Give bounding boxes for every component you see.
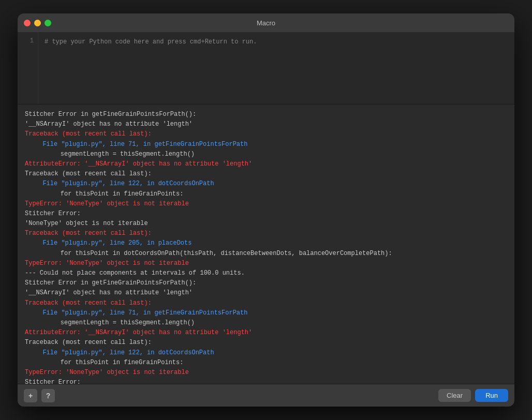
maximize-button[interactable] <box>45 20 51 26</box>
line-numbers: 1 <box>18 32 38 104</box>
output-line: Stitcher Error: <box>25 209 507 219</box>
output-line: AttributeError: '__NSArrayI' object has … <box>25 159 507 169</box>
output-line: TypeError: 'NoneType' object is not iter… <box>25 368 507 378</box>
add-button[interactable]: + <box>24 389 37 402</box>
output-line: '__NSArrayI' object has no attribute 'le… <box>25 288 507 298</box>
output-line: File "plugin.py", line 122, in dotCoords… <box>25 348 507 358</box>
output-line: Traceback (most recent call last): <box>25 298 507 308</box>
output-line: File "plugin.py", line 71, in getFineGra… <box>25 140 507 149</box>
macro-window: Macro 1 # type your Python code here and… <box>18 13 514 407</box>
output-line: Stitcher Error: <box>25 378 507 384</box>
minimize-button[interactable] <box>34 20 41 26</box>
traffic-lights <box>24 20 51 26</box>
output-line: AttributeError: '__NSArrayI' object has … <box>25 328 507 338</box>
output-line: Stitcher Error in getFineGrainPointsForP… <box>25 110 507 119</box>
output-line: segmentLength = thisSegment.length() <box>25 318 507 328</box>
output-line: for thisPoint in fineGrainPoints: <box>25 358 507 368</box>
run-button[interactable]: Run <box>475 389 508 402</box>
output-line: '__NSArrayI' object has no attribute 'le… <box>25 119 507 129</box>
bottom-right-controls: Clear Run <box>438 389 508 402</box>
bottom-bar: + ? Clear Run <box>18 384 514 407</box>
output-line: segmentLength = thisSegment.length() <box>25 149 507 159</box>
code-placeholder[interactable]: # type your Python code here and press c… <box>38 32 514 104</box>
output-line: TypeError: 'NoneType' object is not iter… <box>25 259 507 268</box>
output-line: Traceback (most recent call last): <box>25 129 507 139</box>
output-line: for thisPoint in fineGrainPoints: <box>25 189 507 199</box>
window-title: Macro <box>257 19 275 27</box>
output-line: --- Could not place components at interv… <box>25 268 507 278</box>
bottom-left-controls: + ? <box>24 389 55 402</box>
clear-button[interactable]: Clear <box>438 389 471 402</box>
output-line: Traceback (most recent call last): <box>25 169 507 179</box>
output-line: File "plugin.py", line 122, in dotCoords… <box>25 179 507 189</box>
output-line: File "plugin.py", line 71, in getFineGra… <box>25 308 507 318</box>
help-button[interactable]: ? <box>41 389 55 402</box>
output-line: File "plugin.py", line 205, in placeDots <box>25 238 507 248</box>
title-bar: Macro <box>18 13 514 32</box>
output-line: Traceback (most recent call last): <box>25 338 507 348</box>
output-line: TypeError: 'NoneType' object is not iter… <box>25 199 507 209</box>
output-line: Traceback (most recent call last): <box>25 229 507 238</box>
code-editor[interactable]: 1 # type your Python code here and press… <box>18 32 514 104</box>
output-area[interactable]: Stitcher Error in getFineGrainPointsForP… <box>18 104 514 384</box>
close-button[interactable] <box>24 20 31 26</box>
output-line: Stitcher Error in getFineGrainPointsForP… <box>25 278 507 288</box>
output-line: 'NoneType' object is not iterable <box>25 219 507 229</box>
output-line: for thisPoint in dotCoordsOnPath(thisPat… <box>25 249 507 259</box>
